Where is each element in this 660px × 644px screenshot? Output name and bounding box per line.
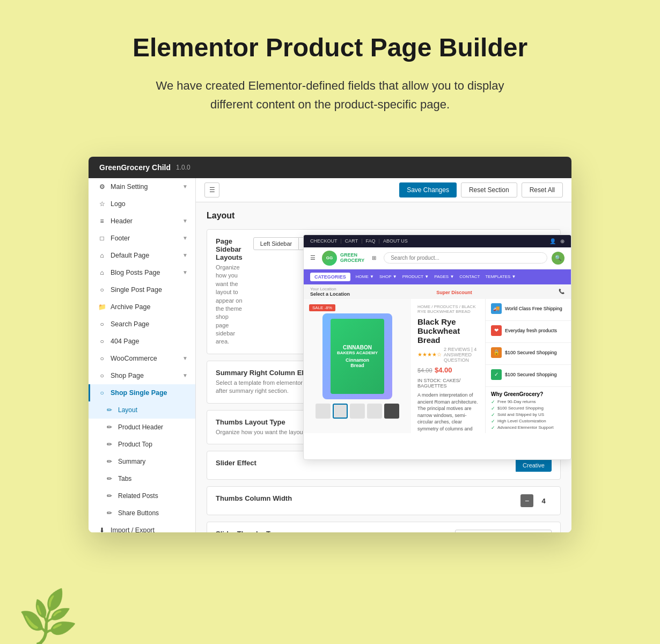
sidebar-item-import-export[interactable]: ⬇ Import / Export	[89, 522, 195, 532]
sidebar-item-summary[interactable]: ✏ Summary	[89, 453, 195, 470]
btn-creative[interactable]: Creative	[516, 459, 552, 472]
sidebar-item-logo[interactable]: ☆ Logo	[89, 195, 195, 213]
preview-topbar: CHECKOUT | CART | FAQ | ABOUT US 👤 ⊕	[304, 235, 571, 247]
slider-thumbs-type-select[interactable]: Horizontal To...	[455, 530, 552, 532]
right-sidebar-extra: ✓ $100 Secured Shopping	[486, 365, 571, 387]
home-icon: ⌂	[98, 269, 106, 276]
sidebar-item-share-buttons[interactable]: ✏ Share Buttons	[89, 504, 195, 522]
setting-info: Page Sidebar Layouts Organize how you wa…	[216, 237, 243, 346]
chevron-icon: ▼	[182, 184, 188, 189]
setting-info: Thumbs Column Width	[216, 494, 510, 504]
sidebar-item-404[interactable]: ○ 404 Page	[89, 333, 195, 350]
sidebar-item-default-page[interactable]: ⌂ Default Page ▼	[89, 247, 195, 264]
sidebar-item-woocommerce[interactable]: ○ WooCommerce ▼	[89, 350, 195, 367]
content-toolbar: ☰ Save Changes Reset Section Reset All	[196, 178, 571, 202]
preview-logo: GG GREENGROCERY	[322, 251, 364, 266]
fresh-icon: ❤	[491, 325, 502, 336]
setting-control: Horizontal To...	[455, 530, 552, 532]
separator: |	[361, 238, 362, 244]
breadcrumb: HOME / PRODUCTS / BLACK RYE BUCKWHEAT BR…	[417, 304, 479, 314]
decrement-button[interactable]: −	[520, 494, 533, 507]
sidebar-item-label: Search Page	[111, 320, 149, 328]
badge-row: 🔒 $100 Secured Shopping	[491, 347, 566, 358]
import-icon: ⬇	[98, 526, 106, 532]
product-thumbnails	[316, 404, 399, 419]
sidebar-item-shop-single-page[interactable]: ○ Shop Single Page	[89, 384, 195, 401]
account-icon: 👤	[549, 238, 556, 244]
thumb-1[interactable]	[316, 404, 331, 419]
thumb-4[interactable]	[367, 404, 382, 419]
hero-title: Elementor Product Page Builder	[43, 32, 617, 63]
preview-search-bar: ☰ GG GREENGROCERY ⊞ 🔍	[304, 247, 571, 269]
super-discount: Super Discount	[436, 290, 472, 295]
search-icon: ○	[98, 320, 106, 328]
sidebar-item-header[interactable]: ≡ Header ▼	[89, 213, 195, 230]
preview-home: HOME ▼	[356, 274, 374, 279]
phone-icon: 📞	[559, 289, 564, 294]
shipping-icon: 🚚	[491, 303, 502, 314]
preview-nav-cart: CART	[345, 238, 358, 244]
sidebar-item-product-top[interactable]: ✏ Product Top	[89, 436, 195, 453]
why-item-3: ✓ Sold and Shipped by US	[491, 412, 566, 418]
product-preview: CHECKOUT | CART | FAQ | ABOUT US 👤 ⊕	[303, 235, 571, 460]
sidebar-item-label: Blog Posts Page	[111, 269, 160, 276]
number-control: − 4	[520, 494, 552, 507]
sidebar-item-blog-posts[interactable]: ⌂ Blog Posts Page ▼	[89, 264, 195, 281]
sidebar-item-product-header[interactable]: ✏ Product Header	[89, 419, 195, 436]
toolbar-right: Save Changes Reset Section Reset All	[399, 182, 563, 197]
sidebar-item-footer[interactable]: □ Footer ▼	[89, 230, 195, 247]
save-changes-button[interactable]: Save Changes	[399, 182, 457, 197]
btn-left-sidebar[interactable]: Left Sidebar	[253, 237, 299, 250]
layout-title: Layout	[207, 211, 561, 221]
chevron-icon: ▼	[182, 252, 188, 258]
reset-all-button[interactable]: Reset All	[522, 182, 563, 197]
setting-control: Creative	[516, 459, 552, 472]
categories-button[interactable]: CATEGORIES	[310, 273, 350, 281]
sidebar-item-tabs[interactable]: ✏ Tabs	[89, 470, 195, 487]
sidebar-item-archive[interactable]: 📁 Archive Page	[89, 298, 195, 316]
chevron-icon: ▼	[182, 372, 188, 378]
sidebar-item-main-setting[interactable]: ⚙ Main Setting ▼	[89, 178, 195, 195]
sidebar-item-layout[interactable]: ✏ Layout	[89, 401, 195, 419]
sidebar-item-shop-page[interactable]: ○ Shop Page ▼	[89, 367, 195, 384]
right-sidebar-fresh: ❤ Everyday fresh products	[486, 321, 571, 343]
404-icon: ○	[98, 338, 106, 345]
shop-icon: ○	[98, 372, 106, 379]
sidebar-item-label: Header	[111, 217, 133, 225]
preview-menu: CATEGORIES HOME ▼ SHOP ▼ PRODUCT ▼ PAGES…	[304, 269, 571, 284]
toolbar-left: ☰	[204, 182, 219, 197]
sidebar-item-related-posts[interactable]: ✏ Related Posts	[89, 487, 195, 504]
column-width-value: 4	[536, 497, 552, 505]
home-icon: ⌂	[98, 252, 106, 259]
location-label: Your Location	[310, 287, 350, 291]
sidebar-item-label: WooCommerce	[111, 355, 157, 362]
sidebar-item-search[interactable]: ○ Search Page	[89, 316, 195, 333]
app-screenshot: GreenGrocery Child 1.0.0 ⚙ Main Setting …	[89, 157, 571, 532]
thumb-5[interactable]	[384, 404, 399, 419]
search-input[interactable]	[384, 252, 547, 264]
thumb-2[interactable]	[333, 404, 348, 419]
sidebar-item-single-post[interactable]: ○ Single Post Page	[89, 281, 195, 298]
menu-icon: ☰	[204, 182, 219, 197]
sidebar-item-label: Import / Export	[111, 526, 155, 532]
compare-icon: ⊕	[560, 238, 564, 244]
lock-icon: 🔒	[491, 347, 502, 358]
star-icon: ☆	[98, 200, 106, 208]
sidebar-item-label: Default Page	[111, 252, 149, 259]
pen-icon: ✏	[105, 458, 114, 465]
search-button[interactable]: 🔍	[552, 252, 564, 265]
product-detail-area: HOME / PRODUCTS / BLACK RYE BUCKWHEAT BR…	[411, 299, 485, 433]
star-rating: ★★★★☆	[417, 352, 442, 357]
thumb-3[interactable]	[350, 404, 365, 419]
hero-description: We have created Elementor-defined fields…	[137, 76, 523, 114]
pen-icon: ✏	[105, 509, 114, 517]
preview-nav-about: ABOUT US	[383, 238, 408, 244]
pen-icon: ✏	[105, 406, 114, 414]
setting-slider-thumbs-type: Slider Thumbs Type Organize how you want…	[207, 522, 561, 532]
reset-section-button[interactable]: Reset Section	[461, 182, 517, 197]
new-price: $4.00	[435, 366, 452, 374]
preview-contact: CONTACT	[459, 274, 480, 279]
archive-icon: 📁	[98, 303, 106, 311]
menu-icon: ≡	[98, 217, 106, 225]
preview-product: PRODUCT ▼	[402, 274, 429, 279]
